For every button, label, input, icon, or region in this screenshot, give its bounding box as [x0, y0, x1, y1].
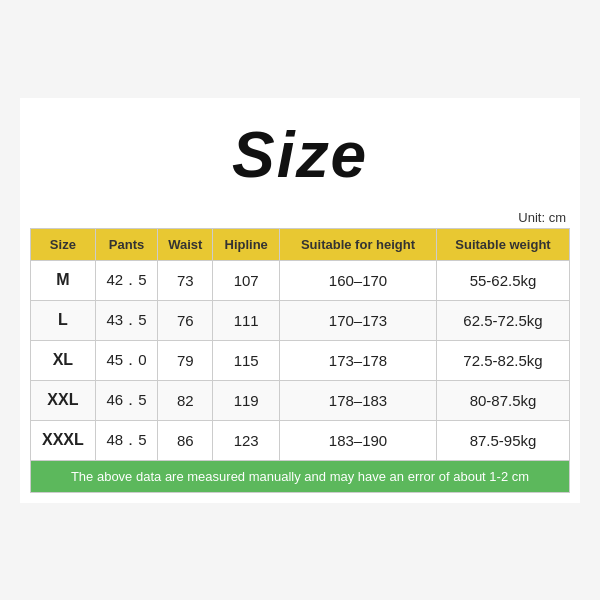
- table-header-cell: Pants: [95, 228, 158, 260]
- table-header-cell: Size: [31, 228, 96, 260]
- table-cell: 48．5: [95, 420, 158, 460]
- table-cell: M: [31, 260, 96, 300]
- table-cell: 173–178: [280, 340, 437, 380]
- table-row: XXXL48．586123183–19087.5-95kg: [31, 420, 570, 460]
- table-cell: 46．5: [95, 380, 158, 420]
- table-cell: 79: [158, 340, 213, 380]
- table-cell: 170–173: [280, 300, 437, 340]
- table-cell: XXXL: [31, 420, 96, 460]
- table-cell: 42．5: [95, 260, 158, 300]
- table-cell: 80-87.5kg: [436, 380, 569, 420]
- table-cell: 72.5-82.5kg: [436, 340, 569, 380]
- table-cell: 119: [213, 380, 280, 420]
- table-cell: 160–170: [280, 260, 437, 300]
- size-chart-container: Size Unit: cm SizePantsWaistHiplineSuita…: [20, 98, 580, 503]
- table-header-cell: Hipline: [213, 228, 280, 260]
- table-header-cell: Waist: [158, 228, 213, 260]
- table-cell: XXL: [31, 380, 96, 420]
- table-cell: 55-62.5kg: [436, 260, 569, 300]
- table-cell: 111: [213, 300, 280, 340]
- table-cell: L: [31, 300, 96, 340]
- page-title: Size: [30, 118, 570, 192]
- table-cell: XL: [31, 340, 96, 380]
- table-cell: 62.5-72.5kg: [436, 300, 569, 340]
- table-cell: 107: [213, 260, 280, 300]
- table-row: M42．573107160–17055-62.5kg: [31, 260, 570, 300]
- footer-note: The above data are measured manually and…: [30, 461, 570, 493]
- table-header-cell: Suitable weight: [436, 228, 569, 260]
- table-header-row: SizePantsWaistHiplineSuitable for height…: [31, 228, 570, 260]
- unit-label: Unit: cm: [30, 210, 570, 225]
- table-cell: 123: [213, 420, 280, 460]
- table-header-cell: Suitable for height: [280, 228, 437, 260]
- table-cell: 87.5-95kg: [436, 420, 569, 460]
- table-cell: 76: [158, 300, 213, 340]
- table-cell: 183–190: [280, 420, 437, 460]
- table-cell: 178–183: [280, 380, 437, 420]
- table-cell: 86: [158, 420, 213, 460]
- table-cell: 73: [158, 260, 213, 300]
- table-cell: 43．5: [95, 300, 158, 340]
- table-cell: 82: [158, 380, 213, 420]
- table-row: XXL46．582119178–18380-87.5kg: [31, 380, 570, 420]
- table-row: L43．576111170–17362.5-72.5kg: [31, 300, 570, 340]
- table-cell: 45．0: [95, 340, 158, 380]
- table-row: XL45．079115173–17872.5-82.5kg: [31, 340, 570, 380]
- table-cell: 115: [213, 340, 280, 380]
- size-table: SizePantsWaistHiplineSuitable for height…: [30, 228, 570, 461]
